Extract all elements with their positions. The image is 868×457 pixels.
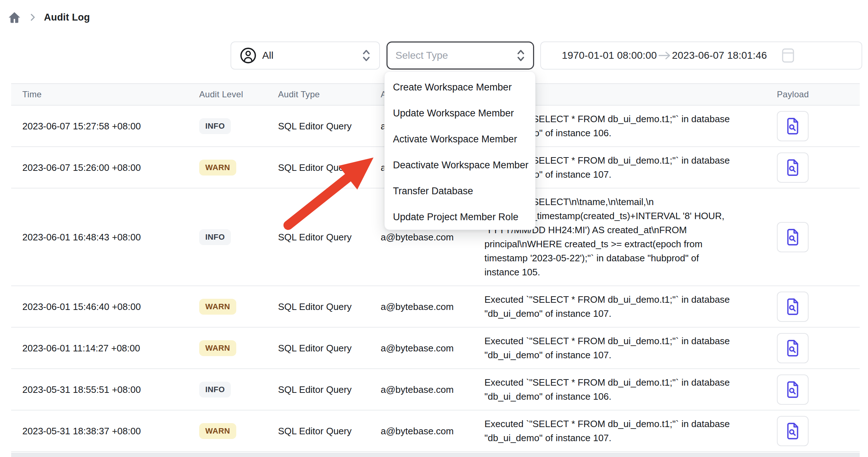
type-dropdown-item[interactable]: Update Project Member Role bbox=[385, 204, 535, 230]
column-header-audit-level: Audit Level bbox=[199, 89, 243, 99]
column-header-time: Time bbox=[22, 89, 42, 99]
time-cell: 2023-06-07 15:26:00 +08:00 bbox=[22, 162, 141, 173]
audit-type-cell: SQL Editor Query bbox=[278, 301, 352, 312]
payload-view-button[interactable] bbox=[777, 292, 809, 322]
audit-type-cell: SQL Editor Query bbox=[278, 120, 352, 132]
column-header-audit-type: Audit Type bbox=[278, 89, 320, 99]
type-dropdown-item[interactable]: Activate Workspace Member bbox=[385, 126, 535, 152]
comment-line: Executed `"SELECT * FROM db_ui_demo.t1;"… bbox=[484, 293, 773, 307]
payload-view-button[interactable] bbox=[777, 374, 809, 405]
audit-level-cell: WARN bbox=[199, 160, 236, 176]
comment-line: instance 105. bbox=[484, 265, 773, 279]
audit-type-cell: SQL Editor Query bbox=[278, 342, 352, 354]
audit-level-badge: INFO bbox=[199, 118, 231, 134]
column-header-payload: Payload bbox=[777, 89, 809, 99]
audit-level-cell: INFO bbox=[199, 382, 231, 398]
page-title: Audit Log bbox=[44, 12, 90, 23]
comment-cell: Executed `"SELECT * FROM db_ui_demo.t1;"… bbox=[484, 417, 773, 445]
payload-view-button[interactable] bbox=[777, 152, 809, 183]
actor-cell: a@bytebase.com bbox=[381, 384, 454, 395]
person-icon bbox=[240, 47, 256, 64]
actor-filter-select[interactable]: All bbox=[231, 41, 380, 70]
table-bottom-scroll-strip bbox=[11, 453, 860, 457]
payload-cell bbox=[777, 374, 809, 405]
comment-line: Executed `"SELECT * FROM db_ui_demo.t1;"… bbox=[484, 376, 773, 390]
audit-type-cell: SQL Editor Query bbox=[278, 231, 352, 243]
comment-line: Executed `"SELECT * FROM db_ui_demo.t1;"… bbox=[484, 417, 773, 431]
payload-cell bbox=[777, 333, 809, 363]
payload-cell bbox=[777, 152, 809, 183]
type-filter-placeholder: Select Type bbox=[395, 50, 448, 61]
arrow-right-icon bbox=[657, 50, 672, 61]
file-search-icon bbox=[784, 422, 801, 440]
actor-cell: a@bytebase.com bbox=[381, 342, 454, 354]
type-dropdown-menu: Create Workspace MemberUpdate Workspace … bbox=[384, 71, 536, 230]
payload-cell bbox=[777, 416, 809, 446]
file-search-icon bbox=[784, 228, 801, 247]
date-range-end[interactable]: 2023-06-07 18:01:46 bbox=[672, 50, 767, 61]
audit-level-badge: WARN bbox=[199, 340, 236, 356]
type-filter-select[interactable]: Select Type bbox=[386, 41, 534, 70]
comment-cell: Executed `"SELECT * FROM db_ui_demo.t1;"… bbox=[484, 376, 773, 404]
file-search-icon bbox=[784, 339, 801, 358]
type-dropdown-item[interactable]: Transfer Database bbox=[385, 178, 535, 204]
type-dropdown-item[interactable]: Deactivate Workspace Member bbox=[385, 152, 535, 178]
chevron-up-down-icon bbox=[516, 49, 526, 62]
file-search-icon bbox=[784, 117, 801, 136]
comment-line: "db_ui_demo" of instance 107. bbox=[484, 348, 773, 362]
file-search-icon bbox=[784, 380, 801, 399]
audit-level-badge: INFO bbox=[199, 382, 231, 398]
audit-level-cell: WARN bbox=[199, 423, 236, 439]
audit-level-badge: INFO bbox=[199, 229, 231, 245]
table-row: 2023-06-01 11:14:27 +08:00 WARN SQL Edit… bbox=[11, 328, 860, 369]
date-range-start[interactable]: 1970-01-01 08:00:00 bbox=[562, 50, 657, 61]
time-cell: 2023-06-01 15:46:40 +08:00 bbox=[22, 301, 141, 312]
breadcrumb: Audit Log bbox=[7, 9, 90, 26]
audit-level-cell: INFO bbox=[199, 118, 231, 134]
time-cell: 2023-06-01 16:48:43 +08:00 bbox=[22, 231, 141, 243]
payload-view-button[interactable] bbox=[777, 333, 809, 363]
audit-level-cell: WARN bbox=[199, 340, 236, 356]
actor-cell: a@bytebase.com bbox=[381, 301, 454, 312]
payload-cell bbox=[777, 292, 809, 322]
audit-type-cell: SQL Editor Query bbox=[278, 384, 352, 395]
chevron-right-icon bbox=[28, 12, 37, 22]
home-icon bbox=[7, 10, 22, 25]
comment-line: timestamp '2023-05-22');"` in database "… bbox=[484, 251, 773, 265]
comment-line: principal\nWHERE created_ts >= extract(e… bbox=[484, 237, 773, 251]
payload-view-button[interactable] bbox=[777, 222, 809, 252]
comment-cell: Executed `"SELECT * FROM db_ui_demo.t1;"… bbox=[484, 334, 773, 362]
time-cell: 2023-05-31 18:38:37 +08:00 bbox=[22, 425, 141, 436]
file-search-icon bbox=[784, 158, 801, 177]
payload-cell bbox=[777, 111, 809, 141]
comment-line: "db_ui_demo" of instance 106. bbox=[484, 390, 773, 404]
home-button[interactable] bbox=[7, 10, 22, 25]
time-cell: 2023-06-01 11:14:27 +08:00 bbox=[22, 342, 140, 354]
chevron-up-down-icon bbox=[361, 49, 371, 62]
audit-level-badge: WARN bbox=[199, 160, 236, 176]
audit-type-cell: SQL Editor Query bbox=[278, 162, 352, 173]
table-row: 2023-05-31 18:38:37 +08:00 WARN SQL Edit… bbox=[11, 411, 860, 452]
calendar-icon bbox=[782, 48, 795, 63]
actor-filter-value: All bbox=[262, 50, 273, 61]
payload-cell bbox=[777, 222, 809, 252]
type-dropdown-item[interactable]: Create Workspace Member bbox=[385, 74, 535, 100]
audit-level-cell: WARN bbox=[199, 299, 236, 315]
actor-cell: a@bytebase.com bbox=[381, 425, 454, 436]
file-search-icon bbox=[784, 297, 801, 316]
payload-view-button[interactable] bbox=[777, 111, 809, 141]
time-cell: 2023-05-31 18:55:51 +08:00 bbox=[22, 384, 141, 395]
comment-cell: Executed `"SELECT * FROM db_ui_demo.t1;"… bbox=[484, 293, 773, 321]
audit-level-badge: WARN bbox=[199, 299, 236, 315]
comment-line: "db_ui_demo" of instance 107. bbox=[484, 431, 773, 445]
audit-level-badge: WARN bbox=[199, 423, 236, 439]
type-dropdown-item[interactable]: Update Workspace Member bbox=[385, 100, 535, 126]
table-row: 2023-06-01 15:46:40 +08:00 WARN SQL Edit… bbox=[11, 286, 860, 328]
date-range-picker[interactable]: 1970-01-01 08:00:00 2023-06-07 18:01:46 bbox=[540, 41, 862, 70]
time-cell: 2023-06-07 15:27:58 +08:00 bbox=[22, 120, 141, 132]
table-row: 2023-05-31 18:55:51 +08:00 INFO SQL Edit… bbox=[11, 369, 860, 411]
payload-view-button[interactable] bbox=[777, 416, 809, 446]
actor-cell: a@bytebase.com bbox=[381, 231, 454, 243]
audit-type-cell: SQL Editor Query bbox=[278, 425, 352, 436]
audit-level-cell: INFO bbox=[199, 229, 231, 245]
